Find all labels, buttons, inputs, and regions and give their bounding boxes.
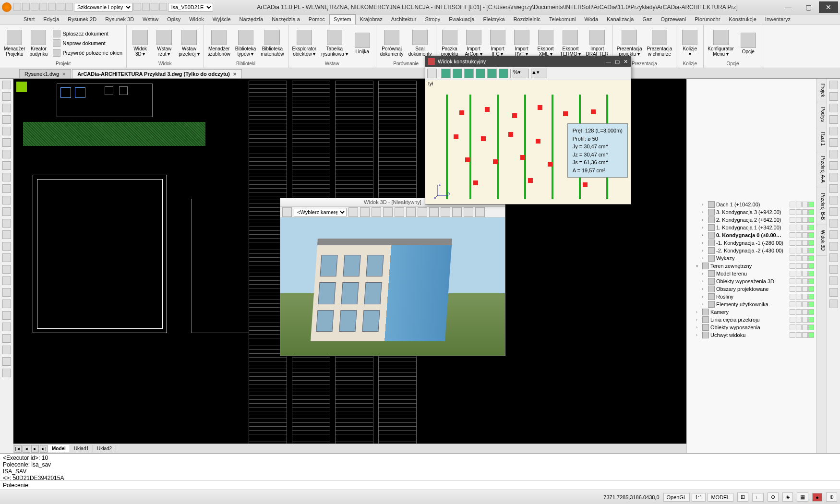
struct-dropdown[interactable]: ▲▾ xyxy=(531,69,547,78)
lock-icon[interactable] xyxy=(796,294,802,300)
ribbon-button[interactable]: Bibliotekamateriałów xyxy=(259,29,286,58)
tree-item[interactable]: ›Wykazy xyxy=(688,254,815,262)
layout-nav-prev[interactable]: ◄ xyxy=(23,445,30,453)
qat-command-combo[interactable]: isa_V50D21E xyxy=(168,3,213,12)
maximize-button[interactable]: ▢ xyxy=(615,59,620,65)
ribbon-button[interactable]: EksportXML ▾ xyxy=(534,29,557,58)
ribbon-tab[interactable]: Kanalizacja xyxy=(602,14,638,24)
command-history[interactable]: <Executor id>: 10Polecenie: isa_savISA_S… xyxy=(0,454,840,481)
tree-item[interactable]: ›-1. Kondygnacja -1 (-280.00) xyxy=(688,239,815,247)
close-button[interactable]: ✕ xyxy=(624,59,628,65)
ribbon-tab[interactable]: Krajobraz xyxy=(356,14,387,24)
print-icon[interactable] xyxy=(802,271,808,276)
ribbon-button[interactable]: Linijka xyxy=(351,32,374,55)
draw-tool-button[interactable] xyxy=(2,346,11,354)
ribbon-tab[interactable]: Narzędzia xyxy=(235,14,268,24)
qat-layer-combo[interactable]: Szkicowanie i opisy xyxy=(74,3,132,12)
print-icon[interactable] xyxy=(802,217,808,223)
draw-tool-button[interactable] xyxy=(2,265,11,274)
structural-viewport[interactable]: tył zyx Pręt: 128 (L=3,000m) Profil: ø xyxy=(425,80,631,204)
close-icon[interactable]: ✕ xyxy=(62,72,66,77)
ribbon-button[interactable]: MenadżerProjektu xyxy=(2,29,27,58)
ribbon-button[interactable]: ImportIFC ▾ xyxy=(486,29,509,58)
struct-tool-button[interactable] xyxy=(453,69,462,78)
lock-icon[interactable] xyxy=(796,324,802,330)
lock-icon[interactable] xyxy=(796,309,802,315)
struct-tool-button[interactable] xyxy=(427,69,437,78)
bulb-icon[interactable] xyxy=(790,294,795,300)
modify-tool-button[interactable] xyxy=(829,127,838,135)
expand-icon[interactable]: › xyxy=(702,294,707,299)
expand-icon[interactable]: › xyxy=(702,256,707,261)
print-icon[interactable] xyxy=(802,209,808,215)
draw-tool-button[interactable] xyxy=(2,369,11,377)
view3d-tool-button[interactable] xyxy=(395,207,404,217)
color-swatch[interactable] xyxy=(808,294,814,300)
expand-icon[interactable]: v xyxy=(696,264,701,268)
bulb-icon[interactable] xyxy=(790,317,795,323)
color-swatch[interactable] xyxy=(808,301,814,307)
bulb-icon[interactable] xyxy=(790,217,795,223)
structural-view-window[interactable]: Widok konstrukcyjny — ▢ ✕ %▾ ▲▾ tył xyxy=(425,56,631,204)
lock-icon[interactable] xyxy=(796,209,802,215)
layout-tab[interactable]: Model xyxy=(48,445,70,452)
ribbon-tab[interactable]: Widok xyxy=(185,14,208,24)
lock-icon[interactable] xyxy=(796,278,802,284)
print-icon[interactable] xyxy=(802,309,808,315)
print-icon[interactable] xyxy=(802,232,808,238)
struct-tool-button[interactable] xyxy=(476,69,485,78)
layout-tab[interactable]: Układ1 xyxy=(70,445,93,452)
lock-icon[interactable] xyxy=(796,248,802,253)
ribbon-button[interactable]: EksportTERMO ▾ xyxy=(558,29,583,58)
ribbon-tab[interactable]: Telekomuni xyxy=(545,14,580,24)
draw-tool-button[interactable] xyxy=(2,253,11,262)
color-swatch[interactable] xyxy=(808,209,814,215)
tree-item[interactable]: ›Obiekty wyposażenia xyxy=(688,324,815,331)
tree-item[interactable]: ›2. Kondygnacja 2 (+642.00) xyxy=(688,216,815,224)
expand-icon[interactable]: › xyxy=(702,210,707,215)
status-toggle[interactable]: ◈ xyxy=(782,492,793,502)
modify-tool-button[interactable] xyxy=(829,219,838,228)
expand-icon[interactable]: › xyxy=(702,225,707,230)
tree-item[interactable]: ›Linia cięcia przekroju xyxy=(688,316,815,324)
print-icon[interactable] xyxy=(802,294,808,300)
ribbon-tab[interactable]: Rozdzielnic xyxy=(509,14,545,24)
ribbon-button[interactable]: Menadżerszablonów xyxy=(206,29,232,58)
ribbon-button[interactable]: ImportDRAFTER xyxy=(584,29,610,58)
draw-tool-button[interactable] xyxy=(2,92,11,101)
print-icon[interactable] xyxy=(802,202,808,207)
view3d-tool-button[interactable] xyxy=(418,207,427,217)
status-toggle[interactable]: ∟ xyxy=(752,493,764,502)
draw-tool-button[interactable] xyxy=(2,300,11,308)
ribbon-tab[interactable]: System xyxy=(329,14,356,24)
bulb-icon[interactable] xyxy=(790,271,795,276)
draw-tool-button[interactable] xyxy=(2,323,11,331)
view3d-tool-button[interactable] xyxy=(464,207,473,217)
ribbon-tab[interactable]: Opisy xyxy=(163,14,185,24)
qat-button[interactable] xyxy=(13,3,21,11)
expand-icon[interactable]: › xyxy=(702,233,707,238)
view3d-tool-button[interactable] xyxy=(429,207,439,217)
bulb-icon[interactable] xyxy=(790,332,795,338)
draw-tool-button[interactable] xyxy=(2,311,11,320)
color-swatch[interactable] xyxy=(808,278,814,284)
draw-tool-button[interactable] xyxy=(2,173,11,181)
close-button[interactable]: ✕ xyxy=(819,1,838,13)
tree-item[interactable]: ›Kamery xyxy=(688,308,815,316)
expand-icon[interactable]: › xyxy=(696,325,701,330)
bulb-icon[interactable] xyxy=(790,309,795,315)
ribbon-tab[interactable]: Wstaw xyxy=(138,14,163,24)
qat-button[interactable] xyxy=(22,3,30,11)
panel-tab[interactable]: Rzut 1 xyxy=(816,127,827,151)
lock-icon[interactable] xyxy=(796,232,802,238)
expand-icon[interactable]: › xyxy=(702,217,707,222)
modify-tool-button[interactable] xyxy=(829,184,838,193)
bulb-icon[interactable] xyxy=(790,255,795,261)
expand-icon[interactable]: › xyxy=(702,248,707,253)
tree-item[interactable]: ›Obiekty wyposażenia 3D xyxy=(688,277,815,285)
color-swatch[interactable] xyxy=(808,286,814,292)
layout-nav-first[interactable]: |◄ xyxy=(14,445,22,453)
ribbon-button[interactable]: Prezentacjaw chmurze xyxy=(645,29,674,58)
bulb-icon[interactable] xyxy=(790,209,795,215)
ribbon-tab[interactable]: Rysunek 2D xyxy=(63,14,101,24)
